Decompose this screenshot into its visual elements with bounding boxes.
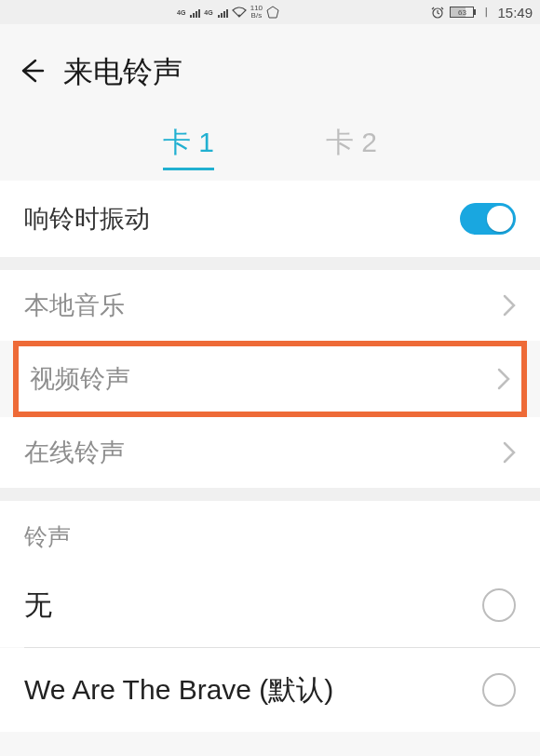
tab-sim-1[interactable]: 卡 1 — [163, 124, 214, 170]
vibrate-toggle[interactable] — [460, 203, 516, 235]
chevron-right-icon — [503, 294, 516, 317]
radio-icon — [482, 673, 516, 707]
radio-icon — [482, 588, 516, 622]
wifi-icon — [232, 7, 247, 18]
svg-point-0 — [238, 15, 240, 17]
ringtone-option-none[interactable]: 无 — [0, 563, 540, 647]
status-right: 63 丨 15:49 — [431, 5, 533, 20]
svg-marker-1 — [267, 7, 278, 18]
video-ringtone-label: 视频铃声 — [30, 362, 130, 396]
ringtone-section-header: 铃声 — [0, 501, 540, 563]
net-speed: 110 B/s — [250, 5, 263, 20]
page-title: 来电铃声 — [63, 52, 182, 93]
app-header: 来电铃声 — [0, 24, 540, 114]
vibrate-label: 响铃时振动 — [24, 202, 150, 236]
status-left: 4G 4G 110 B/s — [177, 5, 279, 20]
battery-icon: 63 — [450, 7, 476, 18]
local-music-label: 本地音乐 — [24, 289, 125, 322]
signal-icon-2 — [218, 7, 228, 18]
video-ringtone-row[interactable]: 视频铃声 — [19, 346, 521, 412]
local-music-row[interactable]: 本地音乐 — [0, 270, 540, 341]
arrow-left-icon — [17, 57, 45, 85]
chevron-right-icon — [503, 441, 516, 464]
online-ringtone-label: 在线铃声 — [24, 436, 125, 469]
hotspot-icon — [266, 6, 279, 19]
sim-tabs: 卡 1 卡 2 — [0, 114, 540, 181]
tab-sim-2[interactable]: 卡 2 — [326, 124, 377, 170]
vibrate-on-ring-row: 响铃时振动 — [0, 181, 540, 257]
section-gap — [0, 488, 540, 501]
status-bar: 4G 4G 110 B/s 63 丨 15:49 — [0, 0, 540, 24]
battery-level: 63 — [458, 8, 466, 17]
online-ringtone-row[interactable]: 在线铃声 — [0, 417, 540, 488]
chevron-right-icon — [497, 368, 510, 390]
ringtone-option-default[interactable]: We Are The Brave (默认) — [0, 648, 540, 732]
back-button[interactable] — [17, 57, 45, 88]
alarm-icon — [431, 6, 444, 19]
net-4g-label-1: 4G — [177, 9, 185, 16]
ringtone-option-label: We Are The Brave (默认) — [24, 671, 333, 709]
clock: 15:49 — [497, 5, 533, 20]
section-gap — [0, 257, 540, 270]
signal-icon-1 — [190, 7, 200, 18]
ringtone-option-label: 无 — [24, 587, 52, 625]
net-4g-label-2: 4G — [204, 9, 212, 16]
highlight-box: 视频铃声 — [13, 341, 527, 417]
